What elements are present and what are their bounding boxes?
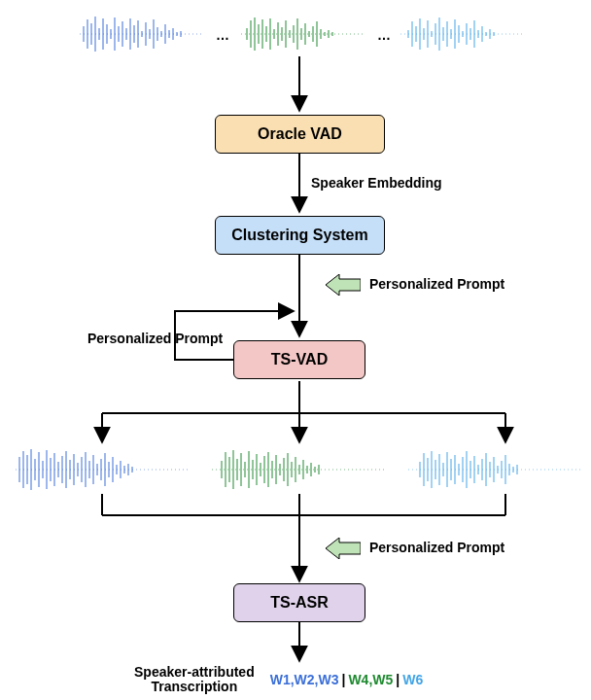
ts-vad-node: TS-VAD [233, 340, 365, 379]
token-group-3: W6 [402, 672, 423, 687]
ts-asr-label: TS-ASR [270, 594, 329, 612]
ts-vad-label: TS-VAD [271, 351, 328, 368]
input-waveform-1 [80, 15, 201, 53]
separated-waveform-3 [408, 447, 583, 492]
transcription-tokens: W1,W2,W3 | W4,W5 | W6 [262, 672, 424, 687]
oracle-vad-node: Oracle VAD [215, 115, 385, 154]
prompt-label-2: Personalized Prompt [369, 540, 504, 555]
prompt-label-1: Personalized Prompt [369, 276, 504, 292]
ellipsis-2: … [377, 27, 391, 43]
transcription-label: Speaker-attributed Transcription [134, 665, 255, 695]
prompt-arrow-icon-1 [326, 274, 361, 296]
sep-2: | [396, 672, 400, 687]
sep-1: | [341, 672, 345, 687]
transcription-output: Speaker-attributed Transcription W1,W2,W… [134, 665, 423, 695]
separated-waveform-2 [212, 447, 387, 492]
prompt-label-loop: Personalized Prompt [87, 331, 223, 346]
token-group-1: W1,W2,W3 [270, 672, 339, 687]
ts-asr-node: TS-ASR [233, 583, 365, 622]
ellipsis-1: … [216, 27, 229, 43]
prompt-arrow-icon-2 [326, 538, 361, 559]
clustering-label: Clustering System [231, 227, 367, 244]
input-waveform-2 [241, 15, 363, 53]
oracle-vad-label: Oracle VAD [258, 125, 342, 143]
token-group-2: W4,W5 [348, 672, 393, 687]
separated-waveform-1 [16, 447, 191, 492]
speaker-embedding-label: Speaker Embedding [311, 175, 442, 191]
clustering-node: Clustering System [215, 216, 385, 255]
input-waveform-3 [400, 15, 522, 53]
